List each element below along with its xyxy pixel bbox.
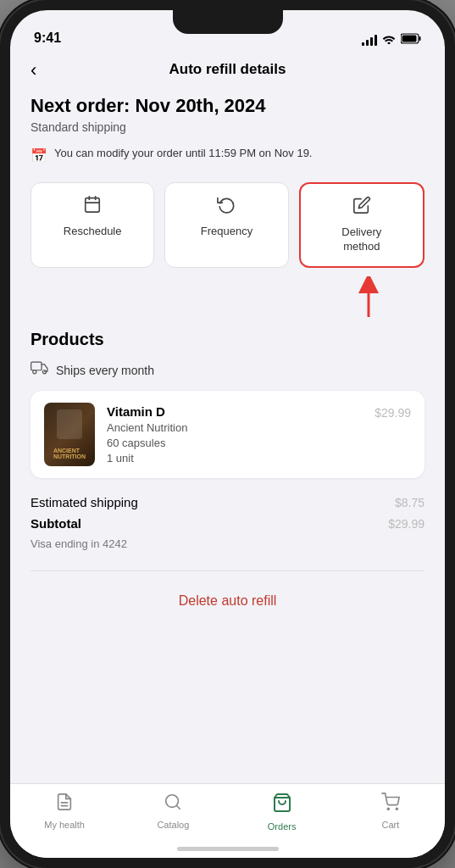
pricing-section: Estimated shipping $8.75 Subtotal $29.99… xyxy=(31,495,424,550)
svg-rect-2 xyxy=(402,36,417,42)
svg-point-10 xyxy=(33,370,36,374)
svg-point-18 xyxy=(396,808,397,810)
ships-notice: Ships every month xyxy=(31,361,424,379)
nav-label-my-health: My health xyxy=(44,820,85,830)
signal-icon xyxy=(362,34,377,46)
frequency-button[interactable]: Frequency xyxy=(164,182,288,268)
product-price: $29.99 xyxy=(375,406,411,420)
my-health-icon xyxy=(55,793,74,816)
header: ‹ Auto refill details xyxy=(10,53,445,88)
svg-line-15 xyxy=(177,805,180,809)
reschedule-label: Reschedule xyxy=(64,225,122,239)
frequency-label: Frequency xyxy=(201,225,252,239)
svg-rect-3 xyxy=(86,198,100,213)
home-indicator xyxy=(177,847,279,851)
catalog-icon xyxy=(164,793,182,816)
wifi-icon xyxy=(382,32,396,47)
product-unit: 1 unit xyxy=(107,452,363,465)
frequency-icon xyxy=(217,195,236,218)
estimated-shipping-label: Estimated shipping xyxy=(31,495,138,509)
nav-label-cart: Cart xyxy=(381,820,399,830)
reschedule-icon xyxy=(83,195,102,218)
product-capsules: 60 capsules xyxy=(107,437,363,449)
product-image-label: ANCIENTNUTRITION xyxy=(53,448,86,459)
products-section: Products Ships every month xyxy=(31,330,424,478)
calendar-notice-icon: 📅 xyxy=(31,147,47,165)
delete-auto-refill-button[interactable]: Delete auto refill xyxy=(31,583,424,619)
status-time: 9:41 xyxy=(34,31,61,47)
truck-icon xyxy=(31,361,49,379)
nav-item-orders[interactable]: Orders xyxy=(228,793,336,832)
svg-point-17 xyxy=(387,808,389,810)
divider xyxy=(31,570,424,571)
estimated-shipping-row: Estimated shipping $8.75 xyxy=(31,495,424,509)
phone-screen: 9:41 xyxy=(10,10,445,858)
main-content: Next order: Nov 20th, 2024 Standard ship… xyxy=(10,88,445,619)
subtotal-label: Subtotal xyxy=(31,516,81,531)
delivery-method-label: Deliverymethod xyxy=(341,225,381,254)
product-name: Vitamin D xyxy=(107,404,363,419)
ships-notice-text: Ships every month xyxy=(56,364,154,377)
svg-rect-1 xyxy=(419,36,421,41)
svg-rect-9 xyxy=(31,362,42,370)
subtotal-row: Subtotal $29.99 xyxy=(31,516,424,531)
nav-item-catalog[interactable]: Catalog xyxy=(119,793,227,830)
cart-icon xyxy=(381,793,400,816)
orders-icon xyxy=(272,793,292,818)
status-icons xyxy=(362,32,421,47)
nav-item-cart[interactable]: Cart xyxy=(336,793,445,830)
delivery-method-icon xyxy=(352,196,371,219)
shipping-subtitle: Standard shipping xyxy=(31,120,424,134)
next-order-section: Next order: Nov 20th, 2024 Standard ship… xyxy=(31,95,424,165)
modify-notice: 📅 You can modify your order until 11:59 … xyxy=(31,146,424,165)
actions-row: Reschedule Frequency xyxy=(31,182,424,268)
arrow-container xyxy=(31,276,424,321)
modify-notice-text: You can modify your order until 11:59 PM… xyxy=(54,146,312,161)
content-scroll[interactable]: Next order: Nov 20th, 2024 Standard ship… xyxy=(10,88,445,858)
next-order-title: Next order: Nov 20th, 2024 xyxy=(31,95,424,117)
estimated-shipping-value: $8.75 xyxy=(395,496,424,509)
battery-icon xyxy=(401,32,421,47)
product-info: Vitamin D Ancient Nutrition 60 capsules … xyxy=(107,403,363,466)
nav-label-catalog: Catalog xyxy=(157,820,189,830)
back-button[interactable]: ‹ xyxy=(27,56,40,85)
svg-point-11 xyxy=(42,370,46,374)
payment-method: Visa ending in 4242 xyxy=(31,537,424,550)
product-brand: Ancient Nutrition xyxy=(107,421,363,434)
notch xyxy=(173,10,283,34)
phone-frame: 9:41 xyxy=(0,0,455,868)
header-title: Auto refill details xyxy=(169,61,286,78)
red-arrow-icon xyxy=(357,276,380,321)
nav-item-my-health[interactable]: My health xyxy=(10,793,119,830)
reschedule-button[interactable]: Reschedule xyxy=(31,182,154,268)
products-section-title: Products xyxy=(31,330,424,349)
nav-label-orders: Orders xyxy=(268,821,297,832)
subtotal-value: $29.99 xyxy=(388,517,424,531)
product-card: ANCIENTNUTRITION Vitamin D Ancient Nutri… xyxy=(31,391,424,478)
product-image: ANCIENTNUTRITION xyxy=(44,403,95,466)
delivery-method-button[interactable]: Deliverymethod xyxy=(299,182,424,268)
